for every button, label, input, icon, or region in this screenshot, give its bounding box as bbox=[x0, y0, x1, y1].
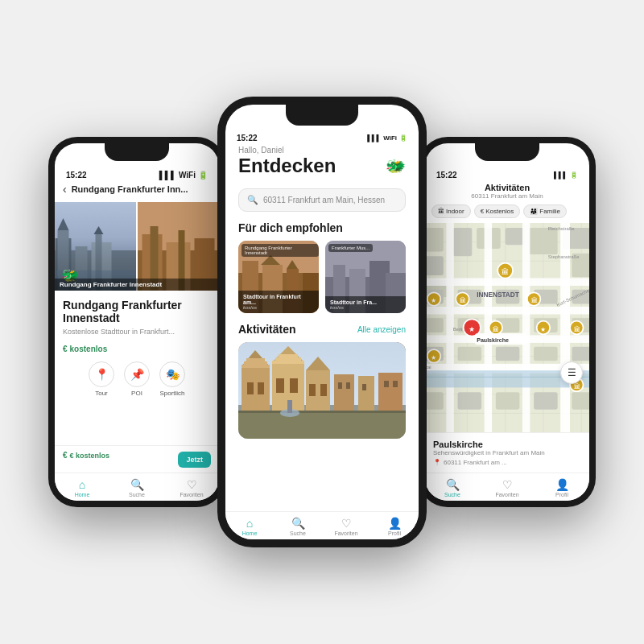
right-nav-search[interactable]: 🔍 Suche bbox=[436, 478, 469, 497]
place-card-title: Paulskirche bbox=[433, 440, 581, 449]
rec-card-2[interactable]: Frankfurter Mus... Stadttour in Fra... k… bbox=[325, 241, 406, 313]
svg-marker-4 bbox=[58, 218, 69, 230]
activities-header: Aktivitäten Alle anzeigen bbox=[225, 323, 419, 342]
search-bar[interactable]: 🔍 60311 Frankfurt am Main, Hessen bbox=[238, 188, 406, 212]
svg-rect-90 bbox=[506, 228, 525, 245]
tour-icon-circle: 📍 bbox=[89, 361, 114, 387]
kostenlos-label: Kostenlos bbox=[485, 208, 514, 215]
right-nav-search-label: Suche bbox=[444, 492, 460, 497]
center-signal-icon: ▌▌▌ bbox=[367, 134, 381, 142]
filter-indoor[interactable]: 🏛 Indoor bbox=[431, 204, 471, 218]
activity-tour[interactable]: 📍 Tour bbox=[89, 361, 114, 397]
left-nav-search[interactable]: 🔍 Suche bbox=[121, 478, 153, 497]
svg-text:Paulskirche: Paulskirche bbox=[477, 337, 509, 344]
svg-rect-114 bbox=[496, 347, 520, 361]
svg-rect-103 bbox=[425, 318, 444, 332]
activities-title: Aktivitäten bbox=[238, 323, 296, 336]
euro-icon-footer: € bbox=[63, 451, 68, 460]
left-header: ‹ Rundgang Frankfurter Inn... bbox=[55, 180, 219, 202]
right-nav-profile[interactable]: 👤 Profil bbox=[546, 478, 578, 497]
right-battery-icon: 🔋 bbox=[570, 171, 578, 179]
svg-rect-40 bbox=[244, 361, 267, 365]
svg-rect-55 bbox=[334, 374, 354, 411]
rec-card-title-2: Stadttour in Fra... bbox=[330, 299, 401, 305]
battery-icon: 🔋 bbox=[198, 171, 208, 180]
center-nav-home[interactable]: ⌂ Home bbox=[233, 517, 266, 536]
left-hero-images: 🐲 Rundgang Frankfurter Innenstadt bbox=[55, 202, 219, 291]
activity-poi[interactable]: 📌 POI bbox=[124, 361, 150, 397]
svg-rect-54 bbox=[287, 400, 292, 413]
svg-rect-113 bbox=[458, 347, 482, 361]
left-nav-favorites[interactable]: ♡ Favoriten bbox=[175, 478, 208, 497]
left-nav-home-label: Home bbox=[75, 492, 90, 497]
svg-rect-121 bbox=[496, 392, 520, 409]
back-icon[interactable]: ‹ bbox=[63, 183, 67, 196]
right-nav-favorites[interactable]: ♡ Favoriten bbox=[491, 478, 523, 497]
center-content: 15:22 ▌▌▌ WiFi 🔋 Hallo, Daniel Entdecken… bbox=[225, 105, 419, 539]
phone-right: 15:22 ▌▌▌ 🔋 Aktivitäten 60311 Frankfurt … bbox=[419, 137, 596, 507]
recommended-row: Rundgang Frankfurter Innenstadt Stadttou… bbox=[225, 241, 419, 323]
signal-icon: ▌▌▌ bbox=[159, 171, 176, 180]
tour-label-overlay: Rundgang Frankfurter Innenstadt bbox=[55, 279, 219, 291]
wifi-icon: WiFi bbox=[179, 171, 196, 180]
activities-link[interactable]: Alle anzeigen bbox=[357, 325, 406, 334]
filter-familie[interactable]: 👨‍👩‍👧 Familie bbox=[523, 204, 567, 218]
right-header-title: Aktivitäten bbox=[433, 183, 581, 192]
svg-rect-123 bbox=[572, 392, 589, 409]
svg-text:Stephanstraße: Stephanstraße bbox=[548, 254, 580, 259]
svg-rect-48 bbox=[279, 354, 298, 357]
svg-text:🏛: 🏛 bbox=[531, 296, 538, 304]
svg-text:INNENSTADT: INNENSTADT bbox=[477, 291, 519, 299]
right-notch bbox=[475, 143, 539, 161]
euro-icon-left: € bbox=[63, 345, 68, 353]
svg-rect-35 bbox=[242, 366, 270, 411]
rec-card-label-text-2: Frankfurter Mus... bbox=[332, 246, 369, 250]
left-price: € kostenlos bbox=[63, 345, 107, 353]
activity-sportlich[interactable]: 🎭 Sportlich bbox=[159, 361, 185, 397]
right-nav-profile-label: Profil bbox=[555, 492, 568, 497]
center-wifi-icon: WiFi bbox=[383, 134, 397, 142]
list-view-button[interactable]: ☰ bbox=[560, 361, 583, 384]
svg-rect-38 bbox=[258, 382, 264, 394]
footer-price-text: € kostenlos bbox=[70, 452, 110, 460]
svg-text:🏛: 🏛 bbox=[574, 325, 580, 333]
svg-rect-41 bbox=[246, 358, 265, 361]
center-nav-profile[interactable]: 👤 Profil bbox=[378, 517, 411, 536]
svg-rect-33 bbox=[238, 411, 406, 439]
center-nav-favorites-label: Favoriten bbox=[334, 530, 357, 536]
filter-kostenlos[interactable]: € Kostenlos bbox=[474, 204, 521, 218]
svg-rect-45 bbox=[290, 378, 298, 393]
svg-rect-56 bbox=[358, 376, 374, 411]
rec-card-price-2: koslos bbox=[330, 305, 401, 310]
heart-icon-center: ♡ bbox=[341, 517, 352, 530]
left-nav-home[interactable]: ⌂ Home bbox=[66, 478, 98, 497]
sport-icon-circle: 🎭 bbox=[159, 361, 185, 387]
tour-label: Tour bbox=[95, 390, 108, 397]
left-price-text: kostenlos bbox=[70, 345, 108, 353]
svg-rect-57 bbox=[378, 373, 402, 411]
footer-price: € € kostenlos bbox=[63, 451, 109, 460]
rec-card-footer-2: Stadttour in Fra... koslos bbox=[325, 296, 406, 313]
activities-image bbox=[238, 342, 406, 439]
indoor-icon: 🏛 bbox=[438, 208, 444, 215]
left-status-icons: ▌▌▌ WiFi 🔋 bbox=[159, 171, 208, 180]
family-icon: 👨‍👩‍👧 bbox=[530, 208, 538, 215]
filter-row: 🏛 Indoor € Kostenlos 👨‍👩‍👧 Familie bbox=[425, 204, 589, 223]
center-nav-search[interactable]: 🔍 Suche bbox=[282, 517, 314, 536]
jetzt-button[interactable]: Jetzt bbox=[178, 452, 211, 468]
left-header-title: Rundgang Frankfurter Inn... bbox=[72, 184, 188, 194]
map-svg: Bleichstraße Stephanstraße Kurt-Schumach… bbox=[425, 223, 589, 432]
rec-card-footer-1: Stadttour in Frankfurt am... koslos bbox=[238, 291, 319, 313]
rec-card-1[interactable]: Rundgang Frankfurter Innenstadt Stadttou… bbox=[238, 241, 319, 313]
center-nav-favorites[interactable]: ♡ Favoriten bbox=[330, 517, 362, 536]
left-content: 15:22 ▌▌▌ WiFi 🔋 ‹ Rundgang Frankfurter … bbox=[55, 143, 219, 501]
svg-rect-122 bbox=[534, 392, 558, 409]
svg-text:🏛: 🏛 bbox=[460, 296, 466, 304]
svg-text:Bleichstraße: Bleichstraße bbox=[548, 226, 575, 231]
left-nav-favorites-label: Favoriten bbox=[180, 492, 203, 497]
svg-rect-37 bbox=[247, 382, 254, 394]
svg-rect-88 bbox=[453, 228, 473, 256]
poi-label: POI bbox=[131, 390, 142, 397]
poi-icon-circle: 📌 bbox=[124, 361, 150, 387]
right-time: 15:22 bbox=[436, 171, 457, 180]
